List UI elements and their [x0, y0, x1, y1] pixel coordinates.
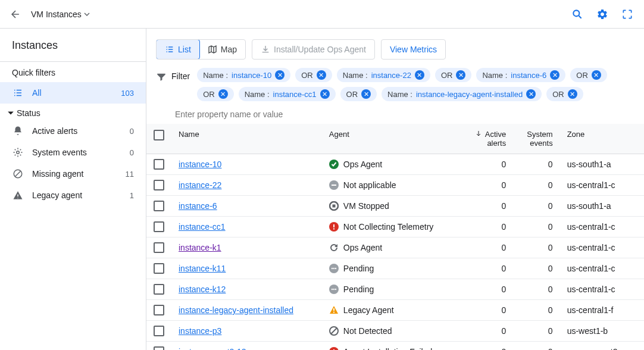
system-events-value: 0 [513, 154, 559, 175]
remove-chip-icon[interactable]: ✕ [550, 70, 559, 80]
filter-missing-agent[interactable]: Missing agent 11 [0, 163, 146, 185]
instance-name-link[interactable]: instance-legacy-agent-installed [179, 305, 293, 315]
zone-value: us-central1-c [560, 279, 644, 300]
instance-name-link[interactable]: instance-west2-12 [179, 347, 246, 350]
row-checkbox[interactable] [154, 159, 164, 170]
filter-chip-or[interactable]: OR ✕ [295, 68, 332, 82]
gear-badge-icon [12, 146, 24, 158]
view-metrics-button[interactable]: View Metrics [381, 39, 446, 60]
breadcrumb-dropdown[interactable]: VM Instances [31, 10, 90, 19]
search-icon[interactable] [570, 7, 584, 21]
install-ops-agent-button[interactable]: Install/Update Ops Agent [252, 39, 375, 60]
col-zone[interactable]: Zone [560, 124, 644, 154]
zone-value: us-central1-c [560, 175, 644, 196]
instance-name-link[interactable]: instance-10 [179, 160, 221, 169]
row-checkbox[interactable] [154, 326, 164, 336]
table-row: instance-10 Ops Agent 0 0 us-south1-a [146, 154, 644, 175]
instance-name-link[interactable]: instance-k12 [179, 285, 226, 294]
row-checkbox[interactable] [154, 346, 164, 350]
agent-status-text: VM Stopped [343, 201, 389, 211]
remove-chip-icon[interactable]: ✕ [592, 70, 601, 80]
filter-chip-or[interactable]: OR ✕ [570, 68, 607, 82]
filter-legacy-agent[interactable]: Legacy agent 1 [0, 185, 146, 206]
instance-name-link[interactable]: instance-6 [179, 201, 217, 211]
col-agent[interactable]: Agent [322, 124, 460, 154]
filter-active-alerts[interactable]: Active alerts 0 [0, 120, 146, 142]
agent-status-text: Not Collecting Telemetry [343, 222, 433, 232]
map-view-button[interactable]: Map [199, 40, 245, 59]
back-button[interactable] [10, 8, 21, 20]
remove-chip-icon[interactable]: ✕ [456, 70, 465, 80]
filter-label: All [32, 88, 112, 98]
filter-system-events[interactable]: System events 0 [0, 142, 146, 163]
filter-count: 11 [126, 170, 134, 179]
filter-label: Filter [171, 68, 192, 81]
row-checkbox[interactable] [154, 263, 164, 274]
select-all-checkbox[interactable] [154, 130, 164, 140]
remove-chip-icon[interactable]: ✕ [361, 89, 371, 99]
remove-chip-icon[interactable]: ✕ [218, 89, 228, 99]
col-system-events[interactable]: System events [513, 124, 559, 154]
filter-chip-or[interactable]: OR ✕ [340, 87, 377, 101]
map-icon [208, 45, 217, 54]
agent-status-text: Legacy Agent [343, 305, 394, 315]
status-group-header[interactable]: Status [0, 104, 146, 120]
row-checkbox[interactable] [154, 305, 164, 315]
remove-chip-icon[interactable]: ✕ [415, 70, 424, 80]
col-active-alerts[interactable]: Active alerts [460, 124, 513, 154]
system-events-value: 0 [513, 300, 559, 321]
filter-input[interactable] [175, 110, 354, 119]
agent-status-text: Not Detected [343, 326, 392, 336]
dots-gray-icon [329, 264, 339, 273]
filter-count: 0 [130, 127, 134, 136]
filter-chip[interactable]: Name : instance-6 ✕ [476, 68, 565, 82]
agent-status-text: Ops Agent [343, 160, 382, 169]
remove-chip-icon[interactable]: ✕ [317, 70, 326, 80]
row-checkbox[interactable] [154, 221, 164, 232]
filter-chip-or[interactable]: OR ✕ [197, 87, 234, 101]
remove-chip-icon[interactable]: ✕ [526, 89, 536, 99]
filter-chip[interactable]: Name : instance-22 ✕ [337, 68, 430, 82]
filter-chip-or[interactable]: OR ✕ [546, 87, 583, 101]
svg-point-0 [573, 10, 579, 16]
table-row: instance-cc1 Not Collecting Telemetry 0 … [146, 217, 644, 238]
filter-all[interactable]: All 103 [0, 82, 146, 104]
table-row: instance-22 Not applicable 0 0 us-centra… [146, 175, 644, 196]
table-row: instance-k12 Pending 0 0 us-central1-c [146, 279, 644, 300]
zone-value: us-south1-a [560, 154, 644, 175]
filter-label: Missing agent [32, 169, 117, 179]
filter-label: Active alerts [32, 126, 121, 136]
settings-icon[interactable] [595, 7, 609, 21]
zone-value: us-south1-a [560, 196, 644, 217]
sidebar: Instances Quick filters All 103 Status A… [0, 29, 146, 350]
instances-table-wrap[interactable]: Name Agent Active alerts System [146, 124, 644, 350]
row-checkbox[interactable] [154, 180, 164, 190]
row-checkbox[interactable] [154, 242, 164, 253]
remove-chip-icon[interactable]: ✕ [275, 70, 285, 80]
slash-gray-icon [329, 326, 339, 336]
system-events-value: 0 [513, 196, 559, 217]
instance-name-link[interactable]: instance-cc1 [179, 222, 226, 232]
list-view-button[interactable]: List [156, 39, 200, 60]
col-name[interactable]: Name [171, 124, 322, 154]
check-green-icon [329, 160, 339, 169]
instance-name-link[interactable]: instance-k11 [179, 264, 226, 273]
row-checkbox[interactable] [154, 284, 164, 295]
filter-chip[interactable]: Name : instance-10 ✕ [197, 68, 290, 82]
row-checkbox[interactable] [154, 201, 164, 211]
active-alerts-value: 0 [460, 321, 513, 342]
filter-chip-or[interactable]: OR ✕ [435, 68, 472, 82]
table-row: instance-6 VM Stopped 0 0 us-south1-a [146, 196, 644, 217]
remove-chip-icon[interactable]: ✕ [320, 89, 330, 99]
dots-gray-icon [329, 285, 339, 294]
instance-name-link[interactable]: instance-p3 [179, 326, 221, 336]
warning-icon [12, 189, 24, 201]
filter-chip[interactable]: Name : instance-cc1 ✕ [239, 87, 336, 101]
sort-desc-icon [475, 130, 482, 137]
instance-name-link[interactable]: instance-k1 [179, 243, 221, 252]
instance-name-link[interactable]: instance-22 [179, 180, 221, 190]
filter-chip[interactable]: Name : instance-legacy-agent-installed ✕ [382, 87, 542, 101]
fullscreen-icon[interactable] [620, 7, 634, 21]
remove-chip-icon[interactable]: ✕ [568, 89, 577, 99]
active-alerts-value: 0 [460, 279, 513, 300]
